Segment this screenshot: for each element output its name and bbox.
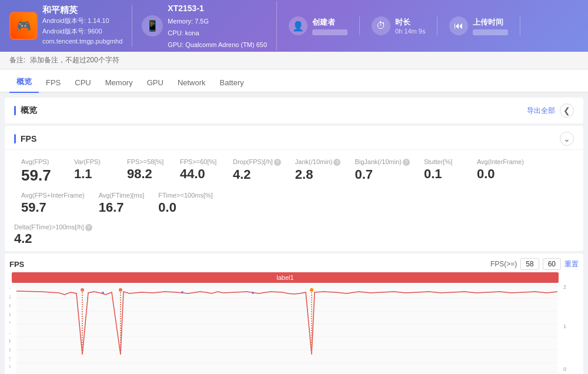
metric-avg-ftime: Avg(FTime)[ms] 16.7 [92,188,152,219]
fps-collapse-button[interactable]: ⌄ [560,132,574,146]
export-all-button[interactable]: 导出全部 [527,106,555,116]
app-icon: 🎮 [9,12,38,40]
svg-point-25 [81,288,84,292]
creator-icon: 👤 [289,16,308,35]
app-android-label: Android版本号: 1.14.10 [42,16,122,26]
tab-overview[interactable]: 概览 [9,72,39,93]
note-bar: 备注: 添加备注，不超过200个字符 [0,52,588,69]
svg-text:43: 43 [9,312,11,318]
chart-toolbar: FPS FPS(>=) 58 60 重置 [9,258,579,270]
svg-point-32 [102,292,104,294]
metric-avg-interframe: Avg(InterFrame) 0.0 [470,155,531,188]
fps-metrics-row: Avg(FPS) 59.7 Var(FPS) 1.1 FPS>=58[%] 98… [5,150,583,221]
tab-fps[interactable]: FPS [39,74,68,93]
tab-memory[interactable]: Memory [98,74,140,93]
device-memory: Memory: 7.5G [168,16,267,28]
duration-stat: ⏱ 时长 0h 14m 9s [360,16,437,35]
svg-point-27 [119,288,122,292]
metric-fps-58: FPS>=58[%] 98.2 [120,155,173,188]
device-icon: 📱 [142,15,163,36]
upload-icon: ⏮ [449,16,468,35]
tab-cpu[interactable]: CPU [68,74,98,93]
fps-threshold-1[interactable]: 58 [520,258,539,270]
duration-icon: ⏱ [372,16,390,35]
app-details: 和平精英 Android版本号: 1.14.10 Android版本号: 960… [42,5,122,47]
upload-value-placeholder [473,29,508,35]
creator-value-placeholder [312,29,348,35]
fps-threshold-2[interactable]: 60 [543,258,561,270]
metric-avg-fps-interframe: Avg(FPS+InterFrame) 59.7 [14,188,92,219]
svg-text:31: 31 [9,329,11,335]
device-info: 📱 XT2153-1 Memory: 7.5G CPU: kona GPU: Q… [132,1,277,51]
fps-section-title: FPS [14,134,36,143]
overview-collapse-button[interactable]: ❮ [560,103,574,118]
svg-text:49: 49 [9,303,11,309]
fps-chart-svg: label1 2 1 0 61 55 49 43 37 31 24 18 12 … [9,272,579,374]
tab-battery[interactable]: Battery [213,74,251,93]
upload-stat: ⏮ 上传时间 [437,16,520,35]
duration-value: 0h 14m 9s [395,28,425,35]
header: 数据由PerfDog(5.1.210204)版本收集 🎮 和平精英 Androi… [0,0,588,52]
fps-chart-box: FPS FPS(>=) 58 60 重置 label1 2 1 0 61 55 [5,253,583,374]
device-gpu: GPU: Qualcomm Adreno (TM) 650 [168,39,267,51]
svg-point-29 [310,288,313,292]
app-package: com.tencent.tmgp.pubgmhd [42,36,122,47]
svg-text:1: 1 [563,323,566,329]
duration-label: 时长 [395,17,425,28]
upload-label: 上传时间 [473,17,508,28]
fps-chart-area: label1 2 1 0 61 55 49 43 37 31 24 18 12 … [9,272,579,374]
svg-text:55: 55 [9,294,11,300]
metric-ftime-100: FTime>=100ms[%] 0.0 [151,188,220,219]
fps-threshold-label: FPS(>=) [490,260,517,268]
chart-title: FPS [9,260,24,269]
fps-section-header: FPS ⌄ [5,126,583,150]
metric-var-fps: Var(FPS) 1.1 [67,155,120,188]
overview-title: 概览 [14,105,37,116]
overview-section: 概览 导出全部 ❮ [5,98,583,123]
device-cpu: CPU: kona [168,28,267,39]
fps-section: FPS ⌄ Avg(FPS) 59.7 Var(FPS) 1.1 FPS>=58… [5,126,583,251]
tab-network[interactable]: Network [171,74,213,93]
metric-jank: Jank(/10min)? 2.8 [288,155,348,188]
main-content: 概览 导出全部 ❮ FPS ⌄ Avg(FPS) 59.7 Var(FPS) 1… [0,98,588,374]
delta-value: 4.2 [14,231,574,246]
svg-text:2: 2 [563,284,566,290]
svg-point-34 [252,292,254,294]
svg-text:18: 18 [9,347,11,353]
svg-text:label1: label1 [276,274,293,281]
svg-text:24: 24 [9,338,11,344]
device-name: XT2153-1 [168,1,267,16]
svg-point-33 [181,291,183,293]
svg-text:6: 6 [9,363,11,369]
app-android-version: Android版本号: 9600 [42,26,122,37]
metric-avg-fps: Avg(FPS) 59.7 [14,155,67,188]
delta-row: Delta(FTime)>100ms[/h]? 4.2 [5,221,583,251]
note-prefix: 备注: [9,56,25,64]
chart-reset-button[interactable]: 重置 [564,259,579,269]
metric-stutter: Stutter[%] 0.1 [417,155,470,188]
tab-bar: 概览 FPS CPU Memory GPU Network Battery [0,69,588,93]
creator-stat: 👤 创建者 [277,16,360,35]
app-name: 和平精英 [42,5,122,16]
overview-header: 概览 导出全部 ❮ [5,98,583,123]
creator-label: 创建者 [312,17,348,28]
svg-text:12: 12 [9,356,11,362]
app-info: 🎮 和平精英 Android版本号: 1.14.10 Android版本号: 9… [9,5,132,47]
metric-drop-fps: Drop(FPS)[/h]? 4.2 [226,155,288,188]
chart-controls: FPS(>=) 58 60 重置 [490,258,579,270]
svg-text:61: 61 [9,284,11,290]
metric-fps-60: FPS>=60[%] 44.0 [173,155,226,188]
tab-gpu[interactable]: GPU [140,74,171,93]
metric-bigjank: BigJank(/10min)? 0.7 [348,155,416,188]
svg-text:0: 0 [563,366,566,372]
delta-label: Delta(FTime)>100ms[/h]? [14,223,574,231]
svg-text:37: 37 [9,320,11,326]
note-placeholder: 添加备注，不超过200个字符 [30,56,119,64]
